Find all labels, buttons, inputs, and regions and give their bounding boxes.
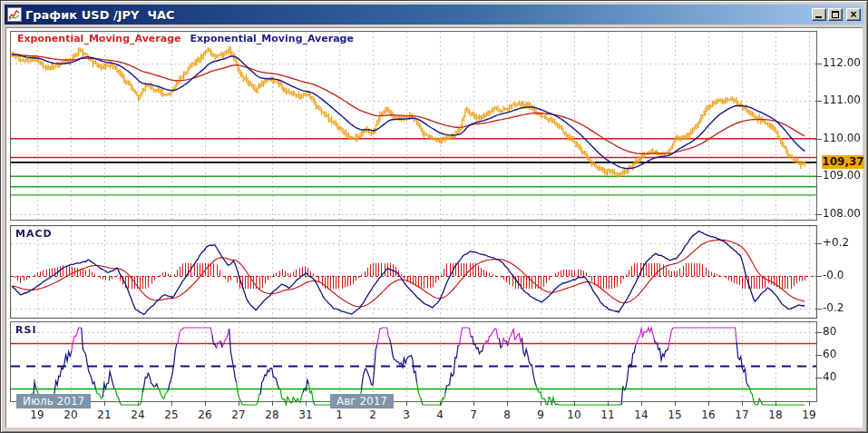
y-axis-label: 109.00: [823, 169, 866, 182]
x-axis-label: 19: [25, 408, 49, 421]
macd-panel-label: MACD: [15, 228, 53, 240]
y-axis-tick: [815, 176, 822, 177]
y-axis-tick: [815, 276, 822, 277]
x-axis-label: 4: [428, 408, 452, 421]
y-axis-tick: [815, 355, 822, 356]
y-axis-tick: [815, 101, 822, 102]
x-axis-label: 11: [596, 408, 619, 421]
y-axis-label: 112.00: [823, 56, 866, 69]
x-axis-label: 8: [495, 408, 519, 421]
y-axis-label: 111.00: [823, 93, 866, 106]
y-axis-tick: [815, 214, 822, 215]
x-axis-label: 20: [59, 408, 83, 421]
y-axis-tick: [815, 378, 822, 379]
y-axis-label: 108.00: [823, 207, 866, 220]
rsi-chart-canvas[interactable]: [10, 321, 817, 406]
chart-stage: Exponential_Moving_Average Exponential_M…: [1, 1, 867, 432]
x-axis-label: 17: [730, 408, 754, 421]
x-axis-label: 14: [629, 408, 653, 421]
x-axis-label: 24: [126, 408, 150, 421]
x-axis-label: 26: [193, 408, 217, 421]
y-axis-tick: [815, 139, 822, 140]
x-axis-label: 7: [462, 408, 485, 421]
y-axis-label: +0.2: [823, 236, 866, 249]
x-axis-label: 31: [294, 408, 317, 421]
y-axis-label: 110.00: [823, 132, 866, 144]
x-axis-label: 16: [697, 408, 720, 421]
x-axis-label: 1: [327, 408, 351, 421]
x-axis-label: 27: [227, 408, 250, 421]
macd-chart-canvas[interactable]: [10, 225, 817, 319]
rsi-panel-label: RSI: [15, 324, 37, 336]
x-axis-label: 21: [93, 408, 116, 421]
y-axis-tick: [815, 243, 822, 244]
chart-window: График USD /JPY ЧАС × Exponential_Moving…: [0, 0, 868, 433]
x-axis-label: 10: [562, 408, 586, 421]
x-axis-label: 9: [529, 408, 552, 421]
x-axis-label: 2: [361, 408, 385, 421]
legend-ema-red: Exponential_Moving_Average: [17, 33, 180, 44]
current-price-badge: 109,37: [822, 155, 864, 169]
y-axis-label: -0.0: [823, 269, 866, 281]
x-axis-label: 25: [160, 408, 183, 421]
legend-ema-navy: Exponential_Moving_Average: [190, 33, 353, 44]
x-axis-label: 3: [395, 408, 418, 421]
x-axis-label: 18: [764, 408, 787, 421]
price-chart-canvas[interactable]: [10, 31, 817, 221]
x-axis-label: 19: [797, 408, 821, 421]
month-label-august: Авг 2017: [330, 394, 394, 408]
y-axis-tick: [815, 332, 822, 333]
x-axis-label: 28: [260, 408, 284, 421]
y-axis-label: 60: [823, 348, 866, 360]
y-axis-label: 40: [823, 370, 866, 383]
y-axis-tick: [815, 309, 822, 310]
x-axis-label: 15: [663, 408, 687, 421]
y-axis-tick: [815, 64, 822, 64]
month-label-july: Июль 2017: [16, 394, 91, 408]
indicator-legend: Exponential_Moving_Average Exponential_M…: [17, 33, 354, 44]
y-axis-label: 80: [823, 325, 866, 338]
y-axis-label: -0.2: [823, 301, 866, 314]
